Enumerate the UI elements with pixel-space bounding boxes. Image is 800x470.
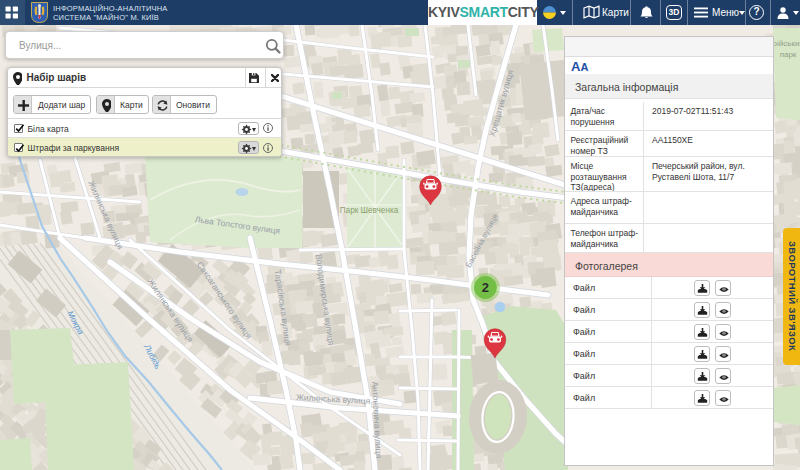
svg-text:2: 2 xyxy=(482,280,489,295)
svg-text:Парк Шевченка: Парк Шевченка xyxy=(340,206,399,215)
svg-text:парк: парк xyxy=(780,50,797,59)
